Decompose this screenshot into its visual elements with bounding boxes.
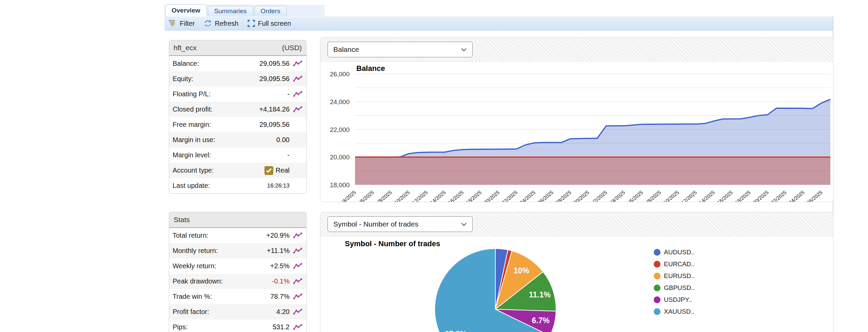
mini-chart-icon[interactable] (293, 247, 303, 255)
mini-chart-icon[interactable] (293, 91, 303, 98)
stats-panel: Stats Total return:+20.9%Monthly return:… (169, 212, 307, 332)
row-value-text: +4,184.26 (259, 105, 290, 113)
svg-text:24,000: 24,000 (330, 98, 350, 105)
legend-item: AUDUSD.. (654, 246, 695, 258)
data-row: Margin in use:0.00 (169, 132, 306, 148)
legend-dot (654, 261, 660, 268)
row-label: Pips: (173, 323, 188, 331)
data-row: Last update:16:26:13 (169, 178, 306, 193)
row-label: Monthly return: (173, 247, 218, 255)
svg-text:5/2/2025: 5/2/2025 (589, 189, 608, 202)
data-row: Total return:+20.9% (169, 228, 306, 243)
row-value: 0.00 (215, 136, 293, 144)
symbol-pie-chart: 10%11.1%6.7%67.8% (428, 241, 563, 332)
mini-chart-icon[interactable] (293, 60, 303, 67)
stats-panel-title: Stats (174, 216, 190, 224)
mini-chart-icon[interactable] (293, 278, 303, 285)
refresh-button[interactable]: Refresh (203, 19, 238, 27)
legend-label: AUDUSD.. (664, 249, 695, 256)
svg-text:5/22/2025: 5/22/2025 (767, 189, 788, 202)
real-account-checkbox[interactable] (264, 166, 273, 175)
row-label: Account type: (173, 167, 214, 174)
balance-chart-select[interactable]: Balance (328, 42, 473, 57)
filter-button[interactable]: Filter (169, 19, 195, 27)
row-label: Balance: (173, 60, 199, 67)
svg-text:5/6/2025: 5/6/2025 (625, 189, 644, 202)
svg-text:4/8/2025: 4/8/2025 (374, 189, 393, 202)
row-value-text: 78.7% (270, 293, 290, 300)
row-value: - (211, 90, 293, 98)
pie-slice-label: 10% (514, 266, 529, 275)
chevron-down-icon (461, 222, 467, 226)
chevron-down-icon (461, 48, 467, 52)
balance-chart-panel: Balance Balance 18,00020,00022,00024,000… (320, 37, 833, 202)
fullscreen-icon (247, 19, 255, 27)
tab-orders[interactable]: Orders (254, 6, 287, 16)
svg-text:4/30/2025: 4/30/2025 (569, 189, 590, 202)
row-value: 29,095.56 (211, 121, 293, 129)
row-value: 4.20 (209, 308, 293, 316)
row-value: +20.9% (209, 232, 293, 239)
legend-dot (654, 273, 660, 279)
mini-chart-icon[interactable] (293, 106, 303, 113)
pie-panel-toolbar: Symbol - Number of trades (320, 212, 833, 236)
svg-text:4/28/2025: 4/28/2025 (551, 189, 572, 202)
account-currency: (USD) (282, 44, 302, 52)
svg-text:5/18/2025: 5/18/2025 (731, 189, 752, 202)
tab-orders-label: Orders (261, 7, 280, 15)
icon-spacer (293, 182, 303, 190)
row-label: Weekly return: (173, 262, 216, 270)
icon-spacer (293, 121, 303, 129)
row-value: +4,184.26 (213, 105, 293, 113)
mini-chart-icon[interactable] (293, 308, 303, 316)
row-value-text: +2.5% (270, 262, 290, 270)
row-value: 78.7% (212, 293, 293, 300)
data-row: Weekly return:+2.5% (169, 258, 306, 274)
account-overview-page: Overview Summaries Orders Filter (0, 0, 868, 332)
tab-overview[interactable]: Overview (165, 4, 207, 16)
mini-chart-icon[interactable] (293, 293, 303, 300)
tab-summaries[interactable]: Summaries (208, 6, 253, 16)
svg-text:5/20/2025: 5/20/2025 (749, 189, 770, 202)
mini-chart-icon[interactable] (293, 232, 303, 239)
svg-text:4/12/2025: 4/12/2025 (408, 189, 429, 202)
data-row: Peak drawdown:-0.1% (169, 274, 306, 289)
row-value: 16:26:13 (210, 182, 293, 189)
row-label: Margin level: (173, 151, 211, 159)
row-value: +11.1% (218, 247, 293, 255)
legend-dot (654, 296, 660, 303)
row-value-text: 29,095.56 (259, 60, 290, 67)
row-value-text: 29,095.56 (259, 121, 290, 129)
data-row: Pips:531.2 (169, 319, 306, 332)
svg-text:18,000: 18,000 (330, 181, 350, 189)
row-label: Equity: (173, 75, 193, 83)
svg-text:5/24/2025: 5/24/2025 (785, 189, 806, 202)
svg-text:4/16/2025: 4/16/2025 (443, 189, 465, 202)
filter-icon (169, 19, 177, 27)
data-row: Balance:29,095.56 (169, 56, 306, 71)
row-value: 531.2 (188, 323, 293, 331)
legend-item: EURCAD.. (654, 258, 695, 270)
legend-dot (654, 285, 660, 291)
pie-slice-label: 11.1% (529, 290, 551, 299)
row-label: Free margin: (173, 121, 211, 129)
legend-item: EURUSD.. (654, 270, 695, 282)
legend-label: EURUSD.. (664, 272, 695, 280)
pie-legend: AUDUSD.. EURCAD.. EURUSD.. GBPUSD.. USDJ… (654, 246, 695, 317)
legend-item: XAUUSD.. (654, 306, 695, 317)
mini-chart-icon[interactable] (293, 324, 303, 331)
fullscreen-button[interactable]: Full screen (247, 19, 291, 27)
refresh-icon (203, 19, 212, 27)
data-row: Profit factor:4.20 (169, 304, 306, 319)
pie-chart-select[interactable]: Symbol - Number of trades (328, 216, 473, 232)
row-label: Last update: (173, 182, 210, 190)
icon-spacer (293, 136, 303, 144)
data-row: Account type:Real (169, 163, 306, 178)
filter-button-label: Filter (180, 20, 195, 27)
mini-chart-icon[interactable] (293, 262, 303, 270)
account-panel-header: hft_ecx (USD) (169, 40, 306, 56)
svg-text:5/4/2025: 5/4/2025 (607, 189, 626, 202)
mini-chart-icon[interactable] (293, 75, 303, 83)
svg-text:5/12/2025: 5/12/2025 (677, 189, 698, 202)
row-label: Profit factor: (173, 308, 209, 316)
